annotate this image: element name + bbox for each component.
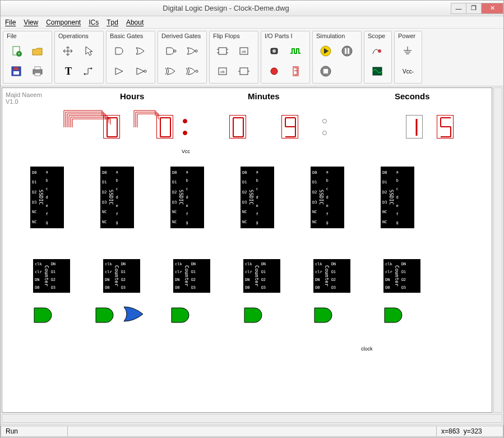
display-minutes-ones	[281, 115, 298, 139]
text-icon: T	[65, 66, 72, 77]
menu-component[interactable]: Component	[46, 19, 81, 26]
gate-and-3[interactable]	[170, 307, 193, 324]
menu-about[interactable]: About	[126, 19, 144, 26]
svg-rect-4	[13, 71, 19, 75]
vertical-scrollbar[interactable]	[493, 87, 502, 413]
menu-tpd[interactable]: Tpd	[107, 19, 118, 26]
chip-ssdic-5[interactable]: D0D1D2D3NCNC SSDIC abcdefg	[311, 167, 344, 228]
play-icon	[319, 45, 334, 57]
menu-ics[interactable]: ICs	[89, 19, 99, 26]
chip-counter-3[interactable]: clkclrDNO0 Counter DNO1O2O3	[173, 259, 210, 293]
chip-counter-5[interactable]: clkclrDNO0 Counter DNO1O2O3	[313, 259, 350, 293]
led-button[interactable]	[265, 62, 285, 81]
and-gate-button[interactable]	[110, 42, 130, 61]
vcc-icon: Vcc-	[403, 68, 414, 75]
pause-icon	[340, 45, 355, 57]
close-button[interactable]: ✕	[481, 3, 503, 14]
ff2-icon: clk	[237, 45, 252, 57]
title-bar: Digital Logic Design - Clock-Deme.dwg — …	[1, 1, 503, 16]
ff3-button[interactable]: clk	[213, 62, 233, 81]
display-minutes-tens	[229, 115, 246, 139]
chip-ssdic-2[interactable]: D0D1D2D3NCNC SSDIC abcdefg	[100, 167, 134, 228]
toolgroup-power: Power Vcc-	[394, 31, 422, 84]
xor-gate-icon	[164, 65, 179, 77]
stop-button[interactable]	[316, 62, 336, 81]
chip-counter-6[interactable]: clkclrDNO0 Counter DNO1O2O3	[383, 259, 420, 293]
toolgroup-operations: Operations T	[54, 31, 104, 84]
ff1-button[interactable]	[213, 42, 233, 61]
switch-icon	[267, 45, 282, 57]
chip-ssdic-4[interactable]: D0D1D2D3NCNC SSDIC abcdefg	[241, 167, 274, 228]
scope-icon	[371, 65, 385, 77]
vcc-button[interactable]: Vcc-	[398, 62, 418, 81]
print-button[interactable]	[28, 62, 48, 81]
gnd-button[interactable]	[398, 42, 418, 61]
new-file-button[interactable]: +	[7, 42, 27, 61]
sevenseg-button[interactable]	[286, 62, 306, 81]
toolgroup-ioparts: I/O Parts I	[261, 31, 310, 84]
probe-button[interactable]	[368, 42, 388, 61]
text-button[interactable]: T	[58, 62, 78, 81]
chip-counter-4[interactable]: clkclrDNO0 Counter DNO1O2O3	[243, 259, 280, 293]
colon-hm	[181, 115, 189, 139]
ff2-button[interactable]: clk	[234, 42, 255, 61]
chip-counter-2[interactable]: clkclrDNO0 Counter DNO1O2O3	[103, 259, 140, 293]
stop-icon	[319, 65, 334, 77]
select-button[interactable]	[80, 42, 100, 61]
svg-rect-33	[345, 48, 346, 54]
and-gate-icon	[113, 45, 127, 57]
clock-gen-button[interactable]	[286, 42, 306, 61]
gate-and-2[interactable]	[95, 307, 117, 324]
clock-label: clock	[361, 346, 373, 352]
display-seconds-ones	[437, 115, 454, 139]
display-hours-tens	[103, 115, 120, 139]
horizontal-scrollbar[interactable]	[2, 414, 502, 423]
xnor-gate-button[interactable]	[183, 62, 203, 81]
scope-button[interactable]	[368, 62, 388, 81]
gate-and-5[interactable]	[313, 307, 336, 324]
gate-and-1[interactable]	[33, 307, 56, 324]
open-file-icon	[31, 45, 45, 57]
open-file-button[interactable]	[28, 42, 48, 61]
nand-gate-button[interactable]	[161, 42, 182, 61]
svg-text:clk: clk	[242, 50, 246, 53]
gate-and-4[interactable]	[243, 307, 266, 324]
menu-file[interactable]: File	[5, 19, 16, 26]
chip-ssdic-1[interactable]: D0D1D2D3NCNC SSDIC abcdefg	[30, 167, 64, 228]
xor-gate-button[interactable]	[161, 62, 182, 81]
print-icon	[31, 65, 45, 77]
chip-ssdic-6[interactable]: D0D1D2D3NCNC SSDIC abcdefg	[381, 167, 414, 228]
display-seconds-tens	[406, 115, 423, 139]
move-button[interactable]	[58, 42, 78, 61]
svg-point-37	[378, 49, 381, 53]
gate-or-1[interactable]	[123, 306, 145, 322]
maximize-button[interactable]: ❐	[466, 3, 482, 14]
svg-point-14	[196, 70, 198, 72]
design-canvas[interactable]: Majid NaeemV1.0 Hours Minutes Seconds	[2, 87, 492, 413]
status-run: Run	[1, 426, 68, 437]
nor-gate-button[interactable]	[183, 42, 203, 61]
buffer2-button[interactable]	[131, 62, 151, 81]
clock-icon	[289, 45, 303, 57]
menu-view[interactable]: View	[24, 19, 38, 26]
ff4-button[interactable]	[234, 62, 255, 81]
toolgroup-scope: Scope	[364, 31, 392, 84]
toolgroup-basic-gates: Basic Gates	[106, 31, 155, 84]
save-button[interactable]	[7, 62, 27, 81]
chip-counter-1[interactable]: clkclrDNO0 Counter DNO1O2O3	[33, 259, 70, 293]
save-icon	[10, 65, 24, 77]
chip-ssdic-3[interactable]: D0D1D2D3NCNC SSDIC abcdefg	[170, 167, 204, 228]
minimize-button[interactable]: —	[451, 3, 466, 14]
or-gate-button[interactable]	[131, 42, 151, 61]
switch-button[interactable]	[265, 42, 285, 61]
wire-button[interactable]	[80, 62, 100, 81]
svg-text:clk: clk	[220, 70, 225, 73]
buffer1-button[interactable]	[110, 62, 130, 81]
play-button[interactable]	[316, 42, 336, 61]
ff4-icon	[237, 65, 252, 77]
gate-and-6[interactable]	[383, 307, 406, 324]
xnor-gate-icon	[186, 65, 200, 77]
ff3-icon: clk	[216, 65, 230, 77]
svg-point-10	[91, 68, 93, 70]
pause-button[interactable]	[337, 42, 358, 61]
